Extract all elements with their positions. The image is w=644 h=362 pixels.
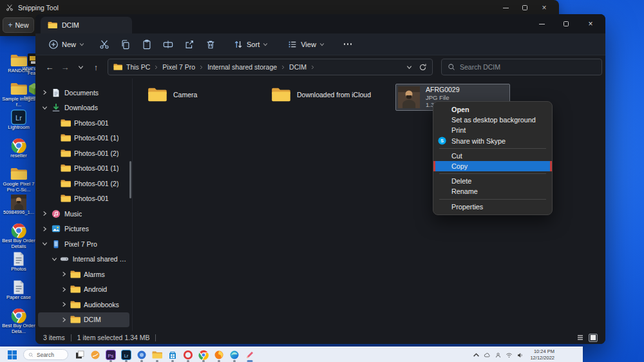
sidebar-item-music[interactable]: Music: [38, 206, 129, 222]
network-icon[interactable]: [506, 352, 513, 359]
view-button[interactable]: View: [283, 37, 328, 52]
chevron-right-icon[interactable]: [61, 287, 70, 292]
search-input[interactable]: [460, 63, 596, 71]
back-button[interactable]: ←: [42, 59, 57, 75]
menu-item-share-with-skype[interactable]: SShare with Skype: [433, 136, 552, 146]
people-icon[interactable]: [495, 352, 502, 359]
breadcrumb-internal-shared-storage[interactable]: Internal shared storage: [207, 63, 277, 71]
copy-button[interactable]: [117, 37, 134, 52]
desktop-icon-resetter[interactable]: resetter: [1, 138, 37, 166]
sidebar-item-photos-001-1[interactable]: Photos-001 (1): [38, 161, 129, 176]
taskbar-app-photoshop[interactable]: Ps: [104, 348, 117, 362]
desktop-icon-best-buy-order-details[interactable]: Best Buy Order Details: [1, 223, 37, 251]
address-dropdown-icon[interactable]: [406, 64, 412, 70]
folder-tile-camera[interactable]: Camera: [147, 87, 197, 102]
sidebar-item-photos-001-1[interactable]: Photos-001 (1): [38, 131, 129, 146]
desktop-icon-50984996-1[interactable]: 50984996_1...: [1, 195, 37, 223]
desktop-icon-paper-case[interactable]: Paper case: [1, 280, 37, 308]
sidebar-item-photos-001[interactable]: Photos-001: [38, 115, 129, 131]
sidebar-item-internal-shared-storage[interactable]: Internal shared storage: [38, 252, 129, 267]
taskbar-app-file-explorer[interactable]: [151, 348, 163, 362]
sidebar-item-audiobooks[interactable]: Audiobooks: [38, 297, 129, 312]
menu-item-print[interactable]: Print: [433, 125, 552, 135]
menu-item-open[interactable]: Open: [433, 104, 552, 115]
recent-locations-button[interactable]: [73, 59, 88, 75]
taskbar-app-task-view[interactable]: [73, 348, 86, 362]
explorer-minimize-button[interactable]: [529, 14, 554, 33]
up-button[interactable]: ↑: [88, 59, 104, 75]
explorer-titlebar[interactable]: DCIM ×: [35, 14, 605, 33]
menu-item-rename[interactable]: Rename: [433, 186, 552, 196]
taskbar-app-app-blue[interactable]: [135, 348, 147, 362]
menu-item-cut[interactable]: Cut: [433, 151, 552, 161]
chevron-right-icon[interactable]: [42, 211, 50, 216]
sidebar-item-pictures[interactable]: Pictures: [38, 222, 129, 237]
thumbnail-view-toggle[interactable]: [589, 334, 598, 342]
taskbar-app-lightroom[interactable]: Lr: [120, 348, 132, 362]
chevron-right-icon[interactable]: [42, 226, 50, 232]
tray-overflow-chevron-icon[interactable]: [473, 352, 480, 359]
search-box[interactable]: [441, 59, 602, 75]
taskbar-app-edge[interactable]: [228, 348, 240, 362]
taskbar-app-chrome[interactable]: [197, 348, 209, 362]
explorer-tab-dcim[interactable]: DCIM: [41, 17, 132, 33]
volume-icon[interactable]: [516, 352, 524, 359]
sidebar-item-photos-001-2[interactable]: Photos-001 (2): [38, 176, 129, 191]
snipping-new-button[interactable]: + New: [3, 17, 34, 33]
details-view-toggle[interactable]: [576, 334, 585, 342]
breadcrumb[interactable]: This PCPixel 7 ProInternal shared storag…: [108, 59, 433, 75]
chevron-down-icon[interactable]: [42, 105, 50, 111]
taskbar-search[interactable]: Search: [23, 349, 68, 360]
taskbar-app-firefox[interactable]: [213, 348, 225, 362]
sidebar-item-downloads[interactable]: Downloads: [38, 100, 129, 116]
start-button[interactable]: [7, 350, 17, 360]
sidebar-item-alarms[interactable]: Alarms: [38, 267, 129, 282]
snip-minimize-button[interactable]: [496, 0, 515, 15]
sidebar-item-photos-001-2[interactable]: Photos-001 (2): [38, 146, 129, 161]
chevron-right-icon[interactable]: [61, 317, 70, 323]
menu-item-properties[interactable]: Properties: [433, 202, 552, 212]
sort-button[interactable]: Sort: [229, 37, 272, 52]
sidebar-item-documents[interactable]: Documents: [38, 85, 129, 100]
chevron-down-icon[interactable]: [52, 256, 59, 262]
desktop-icon-best-buy-order-deta[interactable]: Best Buy Order Deta...: [1, 308, 37, 336]
snip-close-button[interactable]: ×: [535, 0, 554, 15]
menu-item-set-as-desktop-background[interactable]: Set as desktop background: [433, 115, 552, 125]
chevron-right-icon[interactable]: [42, 90, 50, 95]
chevron-down-icon[interactable]: [42, 241, 50, 247]
breadcrumb-this-pc[interactable]: This PC: [126, 63, 150, 71]
explorer-close-button[interactable]: ×: [578, 14, 603, 33]
sidebar-item-dcim[interactable]: DCIM: [38, 312, 129, 328]
desktop-icon-lightroom[interactable]: LrLightroom: [1, 110, 37, 138]
sidebar-item-photos-001[interactable]: Photos-001: [38, 191, 129, 207]
rename-button[interactable]: [160, 37, 176, 52]
taskbar-app-store[interactable]: [166, 348, 178, 362]
share-button[interactable]: [181, 37, 198, 52]
breadcrumb-dcim[interactable]: DCIM: [289, 63, 307, 71]
more-options-button[interactable]: [340, 39, 356, 49]
onedrive-cloud-icon[interactable]: [484, 352, 491, 359]
taskbar-app-opera[interactable]: [182, 348, 194, 362]
sidebar-scrollbar[interactable]: [129, 161, 131, 198]
forward-button[interactable]: →: [57, 59, 73, 75]
sidebar-item-pixel-7-pro[interactable]: Pixel 7 Pro: [38, 236, 129, 252]
desktop-icon-google-pixel-7-pro-c-sc[interactable]: Google Pixel 7 Pro C-Sc...: [1, 166, 37, 195]
snip-maximize-button[interactable]: [515, 0, 535, 15]
taskbar-app-snipping-tool[interactable]: [243, 348, 256, 362]
menu-item-delete[interactable]: Delete: [433, 176, 552, 186]
taskbar-app-app-orange[interactable]: [89, 348, 101, 362]
folder-tile-downloaded-from-icloud[interactable]: Downloaded from iCloud: [271, 87, 371, 102]
cut-button[interactable]: [96, 37, 113, 52]
explorer-maximize-button[interactable]: [554, 14, 578, 33]
breadcrumb-pixel-7-pro[interactable]: Pixel 7 Pro: [162, 63, 195, 71]
refresh-icon[interactable]: [419, 63, 427, 71]
chevron-right-icon[interactable]: [61, 271, 70, 277]
chevron-right-icon[interactable]: [61, 301, 70, 307]
menu-item-copy[interactable]: Copy: [433, 161, 552, 171]
new-button[interactable]: New: [44, 37, 88, 52]
sidebar-item-android[interactable]: Android: [38, 282, 129, 298]
delete-button[interactable]: [202, 37, 219, 52]
taskbar-clock[interactable]: 10:24 PM 12/12/2022: [530, 348, 554, 361]
desktop-icon-photos[interactable]: Photos: [1, 251, 37, 280]
paste-button[interactable]: [138, 37, 155, 52]
